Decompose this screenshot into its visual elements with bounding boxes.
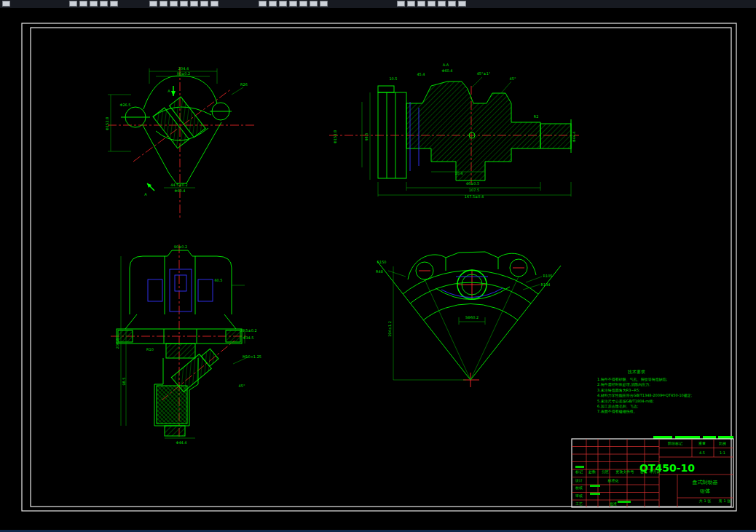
title-block-cell-label: 1:1 (720, 450, 725, 455)
dimension-label: 60.5 (214, 278, 222, 282)
dimension-label: 46±0.5 (466, 181, 480, 186)
dimension-label: Φ153.8 (105, 117, 109, 130)
toolbar-button[interactable] (407, 1, 415, 7)
dimension-label: Φ44.4 (176, 440, 186, 445)
toolbar-button[interactable] (190, 1, 198, 7)
title-block-cell-label: 标记 (575, 469, 583, 475)
dimension-label: R10 (146, 347, 154, 352)
signature-mark (590, 493, 600, 495)
tech-requirement-line: 5.未注尺寸公差按GB/T1804-m级; (597, 399, 654, 403)
dimension-label: SΦ60.2 (465, 315, 479, 319)
toolbar-button[interactable] (210, 1, 218, 7)
dimension-label: Φ26.5 (119, 103, 130, 107)
material-code: QT450-10 (639, 462, 695, 474)
title-block-cell-label: 4.5 (699, 450, 705, 455)
title-block-cell-label: 批准 (610, 501, 617, 507)
toolbar-button[interactable] (279, 1, 287, 7)
toolbar-button[interactable] (180, 1, 188, 7)
toolbar-button[interactable] (2, 1, 10, 7)
toolbar-button[interactable] (438, 1, 446, 7)
dimension-label: 45° (239, 384, 245, 388)
tech-requirement-line: 7.表面不得有磕碰伤痕。 (597, 409, 637, 414)
drawing-canvas[interactable]: 技术要求 1.铸件不得有砂眼、气孔、裂纹等铸造缺陷;2.铸件需经时效处理,消除内… (0, 0, 756, 532)
toolbar-button[interactable] (90, 1, 98, 7)
toolbar-button[interactable] (448, 1, 456, 7)
toolbar-button[interactable] (160, 1, 168, 7)
title-block-cell-label: 第 1 张 (719, 499, 731, 504)
toolbar-button[interactable] (289, 1, 297, 7)
dimension-label: 90±0.2 (174, 245, 188, 249)
tech-requirement-line: 1.铸件不得有砂眼、气孔、裂纹等铸造缺陷; (597, 377, 668, 382)
dimension-label: Φ34.5 (243, 336, 253, 340)
title-block-cell-label: 签名 (640, 469, 647, 475)
toolbar-button[interactable] (100, 1, 108, 7)
toolbar-button[interactable] (310, 1, 318, 7)
toolbar-button[interactable] (397, 1, 405, 7)
dimension-label: 45°±1° (477, 71, 491, 76)
dimension-label: 204.4 (115, 338, 119, 349)
toolbar-button[interactable] (417, 1, 425, 7)
title-block-cell-label: 工艺 (575, 501, 583, 506)
dimension-label: R150 (377, 260, 386, 264)
title-block-cell-label: 更改文件号 (616, 469, 634, 474)
dimension-label: 45.4 (417, 72, 425, 76)
dimension-label: 10.4 (454, 171, 462, 175)
dimension-label: 107.5 (469, 188, 479, 192)
title-block-cell-label: 阶段标记 (668, 441, 682, 446)
dimension-label: Φ153.8 (333, 130, 337, 143)
toolbar-button[interactable] (110, 1, 118, 7)
dimension-label: R2 (534, 114, 539, 119)
dimension-label: A (144, 192, 147, 196)
dimension-label: R48 (376, 269, 383, 274)
title-block-cell-label: 设计 (575, 478, 583, 483)
title-block-cell-label: 处数 (588, 469, 596, 475)
toolbar-button[interactable] (149, 1, 157, 7)
title-block-cell-label: 重量 (698, 441, 706, 445)
dimension-label: A-A (443, 63, 449, 67)
dimension-label: Φ44.4 (572, 131, 576, 142)
dimension-label: 194±1.2 (387, 321, 392, 337)
dimension-label: 39.5±0.2 (240, 328, 256, 333)
dimension-label: 98.5 (122, 377, 126, 385)
tech-requirement-line: 3.未注铸造圆角为R3~R5; (597, 388, 640, 393)
dimension-label: 98.5 (364, 132, 369, 140)
toolbar-button[interactable] (259, 1, 267, 7)
toolbar-button[interactable] (200, 1, 208, 7)
tech-requirements-title: 技术要求 (627, 369, 645, 375)
part-title-line2: 钳体 (699, 488, 710, 494)
signature-mark (618, 501, 631, 503)
tech-requirement-line: 6.加工后去除毛刺、飞边; (597, 404, 639, 409)
toolbar-button[interactable] (458, 1, 466, 7)
title-block-cell-label: 年月日 (650, 469, 661, 475)
toolbar-button[interactable] (428, 1, 436, 7)
title-block-cell-label: 共 1 张 (699, 499, 711, 504)
dimension-label: R134 (540, 282, 550, 287)
dimension-label: 204.4 (178, 66, 189, 71)
dimension-label: 90±0.2 (177, 71, 191, 76)
toolbar-button[interactable] (69, 1, 77, 7)
toolbar-button[interactable] (320, 1, 328, 7)
title-block-cell-label: 校核 (575, 485, 583, 490)
dimension-label: M10×1.25 (243, 354, 261, 359)
dimension-label: 10.5 (389, 76, 397, 81)
part-title-line1: 盘式制动器 (693, 480, 718, 485)
dimension-label: 45° (510, 76, 516, 81)
toolbar-button[interactable] (170, 1, 178, 7)
title-block-cell-label: 比例 (719, 441, 726, 446)
app-toolbar (0, 0, 756, 8)
signature-mark (575, 466, 584, 468)
toolbar-button[interactable] (269, 1, 277, 7)
dimension-label: 44.5±0.2 (170, 183, 187, 187)
dimension-label: A (168, 89, 170, 93)
dimension-label: Φ60.4 (441, 68, 452, 73)
toolbar-button[interactable] (79, 1, 87, 7)
tech-requirement-line: 4.材料力学性能应符合GB/T1348-2009中QT450-10规定; (597, 393, 693, 398)
toolbar-button[interactable] (299, 1, 307, 7)
tech-requirement-line: 2.铸件需经时效处理,消除内应力; (597, 382, 650, 387)
dimension-label: 167.5±0.4 (465, 194, 484, 199)
title-block-cell-label: 分区 (602, 469, 609, 474)
dimension-label: Φ60.4 (174, 188, 185, 193)
dimension-label: R26 (240, 82, 248, 87)
title-block-cell-label: 标准化 (607, 478, 619, 483)
dimension-label: R105 (543, 274, 552, 278)
